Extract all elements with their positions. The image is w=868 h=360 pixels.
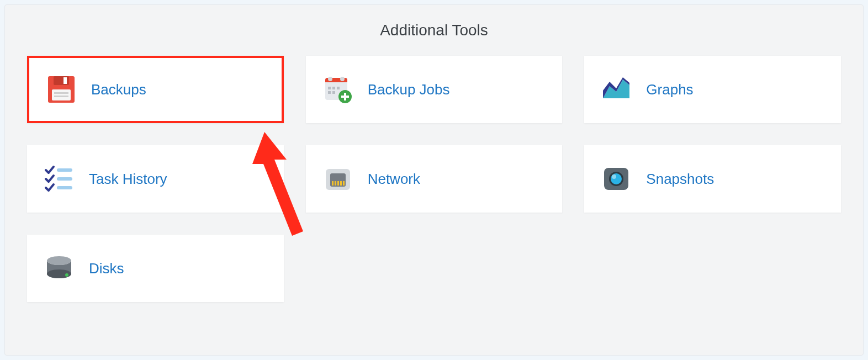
svg-rect-21 [57, 168, 72, 172]
card-label: Backups [91, 81, 146, 98]
floppy-disk-icon [45, 73, 78, 106]
svg-rect-13 [337, 87, 340, 89]
card-graphs[interactable]: Graphs [584, 56, 841, 123]
svg-rect-28 [335, 181, 336, 186]
panel-title: Additional Tools [27, 22, 841, 39]
svg-point-36 [47, 256, 71, 265]
svg-point-38 [65, 273, 68, 277]
svg-rect-29 [337, 181, 339, 186]
tools-grid: Backups [27, 56, 841, 302]
svg-rect-26 [335, 173, 341, 177]
card-disks[interactable]: Disks [27, 235, 284, 302]
svg-point-9 [328, 77, 332, 81]
card-label: Snapshots [646, 171, 714, 188]
card-label: Task History [89, 171, 167, 188]
svg-rect-4 [54, 92, 68, 94]
hard-drive-icon [43, 252, 76, 285]
svg-rect-11 [328, 87, 331, 89]
card-label: Graphs [646, 81, 693, 98]
svg-point-35 [612, 174, 616, 179]
svg-rect-31 [343, 181, 345, 186]
card-task-history[interactable]: Task History [27, 145, 284, 213]
svg-rect-27 [332, 181, 334, 186]
svg-point-34 [611, 173, 622, 184]
svg-rect-14 [328, 91, 331, 94]
svg-rect-2 [63, 77, 67, 84]
svg-rect-30 [340, 181, 342, 186]
svg-rect-23 [57, 186, 72, 189]
card-backups[interactable]: Backups [27, 56, 284, 123]
svg-rect-5 [54, 96, 68, 97]
svg-rect-8 [325, 82, 347, 84]
area-chart-icon [600, 73, 633, 106]
svg-point-10 [340, 77, 345, 81]
svg-rect-3 [52, 89, 71, 100]
card-backup-jobs[interactable]: Backup Jobs [306, 56, 563, 123]
card-label: Backup Jobs [368, 81, 450, 98]
card-label: Network [368, 171, 420, 188]
card-snapshots[interactable]: Snapshots [584, 145, 841, 213]
svg-rect-15 [332, 91, 335, 94]
additional-tools-panel: Additional Tools Backups [4, 4, 864, 356]
card-label: Disks [89, 260, 124, 277]
checklist-icon [43, 162, 76, 195]
svg-rect-18 [341, 96, 349, 98]
camera-lens-icon [600, 162, 633, 195]
svg-rect-12 [332, 87, 335, 89]
ethernet-port-icon [321, 162, 354, 195]
card-network[interactable]: Network [306, 145, 563, 213]
svg-rect-22 [57, 177, 72, 181]
calendar-plus-icon [321, 73, 354, 106]
